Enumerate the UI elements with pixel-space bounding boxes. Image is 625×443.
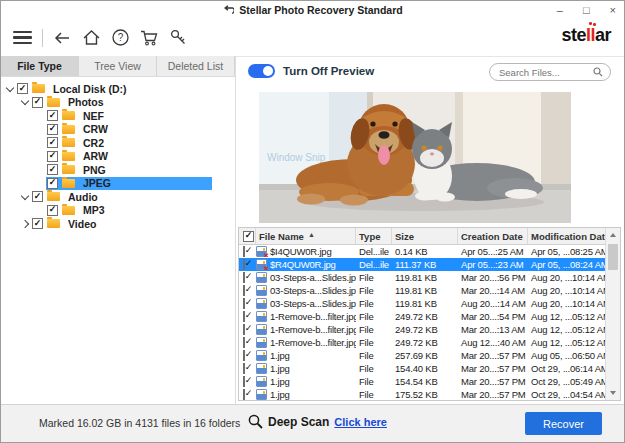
scroll-up-icon[interactable]	[606, 228, 620, 242]
file-table-body: $I4QUW0R.jpg Del...ile 0.14 KB Apr 05...…	[239, 245, 605, 400]
tree-chevron-icon[interactable]	[34, 150, 46, 162]
tree-checkbox[interactable]	[32, 191, 43, 202]
table-scrollbar[interactable]	[605, 228, 620, 400]
row-checkbox[interactable]	[243, 311, 245, 322]
tree-checkbox[interactable]	[47, 137, 58, 148]
minimize-button[interactable]: –	[557, 1, 563, 19]
preview-toggle[interactable]	[248, 64, 275, 78]
size-cell: 249.72 KB	[392, 311, 458, 322]
row-checkbox[interactable]	[243, 285, 245, 296]
row-checkbox[interactable]	[243, 363, 245, 374]
tree-chevron-icon[interactable]	[34, 137, 46, 149]
status-bar: Marked 16.02 GB in 4131 files in 16 fold…	[1, 404, 624, 442]
close-button[interactable]: ×	[610, 1, 616, 19]
tree-checkbox[interactable]	[47, 124, 58, 135]
tree-chevron-icon[interactable]	[19, 96, 31, 108]
row-checkbox[interactable]	[243, 246, 245, 257]
table-row[interactable]: 1-Remove-b...filter.jpg File 249.72 KB A…	[239, 336, 605, 349]
file-name-cell: 1-Remove-b...filter.jpg	[270, 324, 356, 335]
folder-icon	[47, 192, 60, 201]
search-input[interactable]	[497, 66, 589, 79]
col-file-name[interactable]: File Name▲	[256, 228, 356, 244]
row-checkbox[interactable]	[243, 389, 245, 400]
size-cell: 175.52 KB	[392, 389, 458, 400]
tree-item[interactable]: CR2	[1, 136, 235, 150]
window-title: Stellar Photo Recovery Standard	[239, 4, 402, 16]
search-box[interactable]	[489, 63, 611, 81]
table-row[interactable]: $I4QUW0R.jpg Del...ile 0.14 KB Apr 05...…	[239, 245, 605, 258]
tree-checkbox[interactable]	[47, 205, 58, 216]
tree-chevron-icon[interactable]	[19, 191, 31, 203]
row-checkbox[interactable]	[243, 376, 245, 387]
tree-checkbox[interactable]	[47, 151, 58, 162]
folder-icon	[62, 125, 75, 134]
tree-checkbox[interactable]	[17, 83, 28, 94]
table-row[interactable]: 03-Steps-a...Slides.jpg File 119.81 KB M…	[239, 284, 605, 297]
tree-chevron-icon[interactable]	[34, 164, 46, 176]
row-checkbox[interactable]	[243, 350, 245, 361]
scroll-thumb[interactable]	[608, 244, 618, 270]
image-file-icon	[256, 311, 267, 322]
recover-button[interactable]: Recover	[525, 412, 602, 435]
table-row[interactable]: $R4QUW0R.jpg Del...ile 111.37 KB Apr 05.…	[239, 258, 605, 271]
tree-checkbox[interactable]	[32, 97, 43, 108]
row-checkbox[interactable]	[243, 324, 245, 335]
tab-tree-view[interactable]: Tree View	[79, 56, 157, 76]
row-checkbox[interactable]	[243, 337, 245, 348]
row-checkbox[interactable]	[243, 272, 245, 283]
help-icon[interactable]: ?	[109, 27, 131, 49]
tree-checkbox[interactable]	[32, 218, 43, 229]
back-icon[interactable]	[51, 27, 73, 49]
tree-item[interactable]: NEF	[1, 109, 235, 123]
maximize-button[interactable]: □	[583, 1, 590, 19]
menu-icon[interactable]	[11, 27, 33, 49]
tree-item[interactable]: CRW	[1, 123, 235, 137]
tab-file-type[interactable]: File Type	[1, 56, 79, 76]
scroll-down-icon[interactable]	[606, 386, 620, 400]
table-row[interactable]: 03-Steps-a...Slides.jpg File 119.81 KB A…	[239, 297, 605, 310]
table-header: File Name▲ Type Size Creation Date Modif…	[239, 228, 620, 245]
table-row[interactable]: 1-Remove-b...filter.jpg File 249.72 KB M…	[239, 310, 605, 323]
table-row[interactable]: 1.jpg File 175.52 KB Mar 20...:57 PM Oct…	[239, 388, 605, 400]
deep-scan-link[interactable]: Click here	[334, 416, 387, 428]
tree-item[interactable]: Photos	[1, 96, 235, 110]
tree-item-label: PNG	[80, 164, 109, 176]
tree-chevron-icon[interactable]	[19, 218, 31, 230]
col-type[interactable]: Type	[356, 228, 392, 244]
table-row[interactable]: 1.jpg File 154.40 KB Mar 20...:57 PM Oct…	[239, 362, 605, 375]
tree-item[interactable]: Video	[1, 217, 235, 231]
tree-item[interactable]: MP3	[1, 204, 235, 218]
table-row[interactable]: 03-Steps-a...Slides.jpg File 119.81 KB M…	[239, 271, 605, 284]
tree-chevron-icon[interactable]	[34, 177, 46, 189]
col-size[interactable]: Size	[392, 228, 458, 244]
tree-chevron-icon[interactable]	[34, 123, 46, 135]
size-cell: 249.72 KB	[392, 324, 458, 335]
tree-item[interactable]: JPEG	[1, 177, 235, 191]
table-row[interactable]: 1.jpg File 257.69 KB Mar 20...:57 PM Aug…	[239, 349, 605, 362]
tree-chevron-icon[interactable]	[34, 110, 46, 122]
tree-item[interactable]: ARW	[1, 150, 235, 164]
tree-item[interactable]: PNG	[1, 163, 235, 177]
tab-deleted-list[interactable]: Deleted List	[157, 56, 235, 76]
col-creation-date[interactable]: Creation Date	[458, 228, 528, 244]
tree-checkbox[interactable]	[47, 164, 58, 175]
tree-checkbox[interactable]	[47, 178, 58, 189]
tree-chevron-icon[interactable]	[34, 204, 46, 216]
tree-chevron-icon[interactable]	[4, 83, 16, 95]
table-row[interactable]: 1-Remove-b...filter.jpg File 249.72 KB M…	[239, 323, 605, 336]
home-icon[interactable]	[80, 27, 102, 49]
select-all-checkbox[interactable]	[243, 231, 254, 242]
search-icon[interactable]	[593, 67, 603, 77]
marked-summary: Marked 16.02 GB in 4131 files in 16 fold…	[39, 417, 240, 429]
select-all-cell[interactable]	[239, 228, 256, 244]
tree-checkbox[interactable]	[47, 110, 58, 121]
row-checkbox[interactable]	[243, 259, 245, 270]
modification-date-cell: Aug 20, ...10:14 AM	[528, 298, 605, 309]
row-checkbox[interactable]	[243, 298, 245, 309]
tree-item[interactable]: Local Disk (D:)	[1, 82, 235, 96]
key-icon[interactable]	[167, 27, 189, 49]
tree-item[interactable]: Audio	[1, 190, 235, 204]
col-modification-date[interactable]: Modification Date	[528, 228, 605, 244]
table-row[interactable]: 1.jpg File 154.54 KB Mar 20...:57 PM Oct…	[239, 375, 605, 388]
cart-icon[interactable]	[138, 27, 160, 49]
